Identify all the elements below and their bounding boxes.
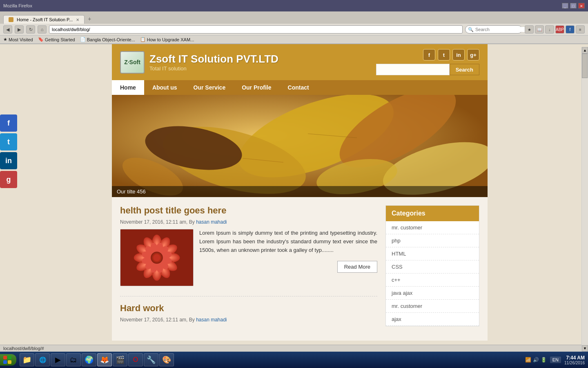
- address-bar[interactable]: [49, 25, 463, 34]
- header-twitter-link[interactable]: t: [438, 49, 450, 61]
- scroll-thumb[interactable]: [582, 54, 588, 78]
- nav-profile[interactable]: Our Profile: [234, 80, 279, 95]
- url-input[interactable]: [52, 27, 460, 32]
- maximize-button[interactable]: □: [570, 3, 577, 9]
- search-area: Search: [376, 64, 479, 75]
- back-button[interactable]: ◀: [3, 25, 12, 34]
- google-social-button[interactable]: g: [0, 171, 17, 188]
- post-1-author[interactable]: hasan mahadi: [196, 219, 227, 225]
- page-wrapper: Z·Soft Zsoft IT Solution PVT.LTD Total I…: [18, 44, 581, 341]
- nav-contact[interactable]: Contact: [280, 80, 317, 95]
- bookmark-bangla[interactable]: 📄 Bangla Object-Oriente...: [80, 37, 135, 42]
- scroll-up-arrow[interactable]: ▲: [582, 47, 588, 54]
- post-2-date: November 17, 2016, 12:11 am: [120, 317, 186, 323]
- status-url: localhost/dw8/blog/#: [3, 346, 44, 351]
- tab-title: Home - Zsoft IT Solution P...: [17, 17, 73, 22]
- nav-service[interactable]: Our Service: [185, 80, 234, 95]
- taskbar-opera-app[interactable]: O: [128, 353, 143, 365]
- taskbar: 📁 🌐 ▶ 🗂 🌍 🦊 🎬 O 🔧 🎨 📶 🔊 🔋 EN 7:44 AM 11/…: [0, 352, 588, 365]
- linkedin-social-button[interactable]: in: [0, 152, 17, 169]
- header-facebook-link[interactable]: f: [423, 49, 435, 61]
- taskbar-tools-app[interactable]: 🔧: [144, 353, 158, 365]
- logo-text: Z·Soft: [124, 59, 140, 65]
- active-tab[interactable]: Home - Zsoft IT Solution P... ✕: [3, 15, 85, 24]
- bookmark-label: Most Visited: [9, 37, 33, 42]
- post-1-title: helth post title goes here: [120, 205, 377, 216]
- status-bar: localhost/dw8/blog/#: [0, 345, 581, 352]
- new-tab-button[interactable]: +: [85, 14, 94, 24]
- category-ajax[interactable]: ajax: [386, 313, 479, 326]
- taskbar-right: 📶 🔊 🔋 EN 7:44 AM 11/26/2016: [525, 355, 588, 365]
- post-1-body: Lorem Ipsum is simply dummy text of the …: [120, 229, 377, 286]
- scroll-track[interactable]: [582, 54, 588, 345]
- header-gplus-link[interactable]: g+: [467, 49, 479, 61]
- adblock-button[interactable]: ABP: [555, 25, 564, 34]
- site-title-area: Zsoft IT Solution PVT.LTD Total IT solut…: [149, 53, 278, 72]
- scroll-down-arrow[interactable]: ▼: [582, 345, 588, 352]
- hero-caption-text: Our tilte 456: [117, 188, 146, 195]
- site-search-input[interactable]: [376, 64, 450, 75]
- minimize-button[interactable]: _: [562, 3, 568, 9]
- bookmark-getting-started[interactable]: 🔖 Getting Started: [38, 37, 75, 42]
- category-css[interactable]: CSS: [386, 260, 479, 274]
- category-php[interactable]: php: [386, 234, 479, 247]
- search-icon: 🔍: [468, 27, 474, 32]
- post-1-read-more[interactable]: Read More: [337, 261, 377, 273]
- hero-banner: Our tilte 456: [112, 95, 488, 197]
- start-button[interactable]: [0, 354, 16, 365]
- bookmark-most-visited[interactable]: ★ Most Visited: [3, 37, 33, 42]
- hero-caption: Our tilte 456: [112, 186, 488, 197]
- bookmark-star-button[interactable]: ★: [525, 25, 534, 34]
- facebook-button[interactable]: f: [566, 25, 575, 34]
- taskbar-network-app[interactable]: 🌍: [82, 353, 96, 365]
- category-java-ajax[interactable]: java ajax: [386, 287, 479, 300]
- taskbar-folder-app[interactable]: 📁: [20, 353, 34, 365]
- post-2-meta: November 17, 2016, 12:11 am, By hasan ma…: [120, 317, 377, 323]
- flower-svg: [120, 229, 193, 286]
- site-subtitle: Total IT solution: [149, 65, 278, 72]
- post-1-text-area: Lorem Ipsum is simply dummy text of the …: [199, 229, 377, 286]
- home-button[interactable]: ⌂: [38, 25, 47, 34]
- facebook-social-button[interactable]: f: [0, 114, 17, 132]
- taskbar-ie-app[interactable]: 🌐: [35, 353, 50, 365]
- taskbar-firefox-app[interactable]: 🦊: [97, 353, 112, 365]
- nav-about[interactable]: About us: [144, 80, 185, 95]
- taskbar-paint-app[interactable]: 🎨: [159, 353, 174, 365]
- twitter-social-button[interactable]: t: [0, 133, 17, 150]
- forward-button[interactable]: ▶: [15, 25, 24, 34]
- browser-search-bar[interactable]: 🔍: [465, 25, 522, 34]
- category-cpp[interactable]: c++: [386, 274, 479, 287]
- post-2: Hard work November 17, 2016, 12:11 am, B…: [120, 303, 377, 323]
- site-search-button[interactable]: Search: [450, 64, 479, 75]
- bookmark-favicon-1: 🔖: [38, 37, 44, 42]
- post-2-author[interactable]: hasan mahadi: [196, 317, 227, 323]
- taskbar-files-app[interactable]: 🗂: [66, 353, 81, 365]
- post-1-date: November 17, 2016, 12:11 am: [120, 219, 186, 225]
- nav-home[interactable]: Home: [112, 80, 144, 95]
- bookmark-favicon-2: 📄: [80, 37, 86, 42]
- close-button[interactable]: ✕: [578, 3, 585, 9]
- close-tab-button[interactable]: ✕: [76, 18, 79, 22]
- taskbar-media-app[interactable]: ▶: [51, 353, 65, 365]
- bookmark-xampp[interactable]: 📋 How to Upgrade XAM...: [140, 37, 194, 42]
- title-bar-text: Mozilla Firefox: [3, 3, 32, 8]
- reload-button[interactable]: ↻: [26, 25, 35, 34]
- window-controls[interactable]: _ □ ✕: [562, 3, 585, 9]
- category-mr-customer-1[interactable]: mr. customer: [386, 221, 479, 234]
- taskbar-video-app[interactable]: 🎬: [113, 353, 127, 365]
- download-button[interactable]: ↓: [545, 25, 554, 34]
- most-visited-icon: ★: [3, 37, 7, 42]
- header-linkedin-link[interactable]: in: [452, 49, 465, 61]
- battery-tray-icon: 🔋: [541, 357, 547, 363]
- menu-button[interactable]: ≡: [576, 25, 585, 34]
- site-nav: Home About us Our Service Our Profile Co…: [112, 80, 488, 95]
- bookmark-save-button[interactable]: 📖: [535, 25, 544, 34]
- category-mr-customer-2[interactable]: mr. customer: [386, 300, 479, 313]
- tab-favicon: [9, 17, 13, 22]
- category-html[interactable]: HTML: [386, 247, 479, 260]
- scrollbar[interactable]: ▲ ▼: [581, 47, 588, 352]
- site-header: Z·Soft Zsoft IT Solution PVT.LTD Total I…: [112, 44, 488, 80]
- language-indicator[interactable]: EN: [550, 357, 561, 363]
- browser-search-input[interactable]: [475, 27, 532, 32]
- social-sidebar: f t in g: [0, 114, 17, 188]
